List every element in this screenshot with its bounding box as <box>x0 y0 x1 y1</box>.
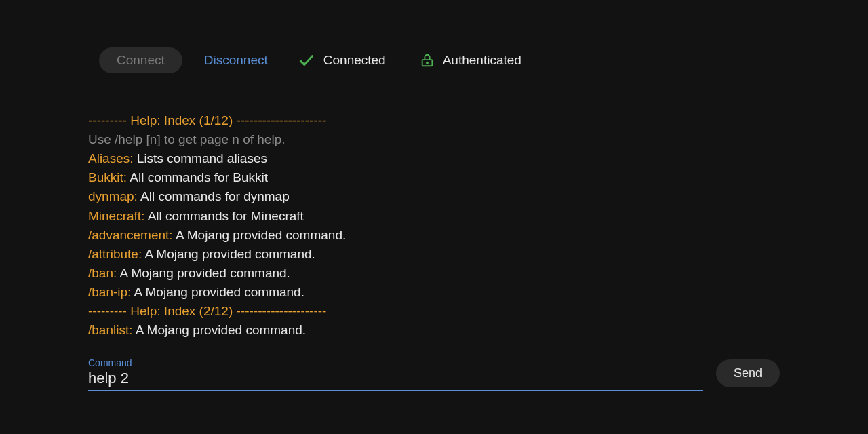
status-connected: Connected <box>298 52 386 69</box>
console-segment: Lists command aliases <box>137 151 267 165</box>
console-line: /banlist: A Mojang provided command. <box>88 321 780 340</box>
console-segment: A Mojang provided command. <box>144 247 315 261</box>
console-line: Bukkit: All commands for Bukkit <box>88 168 780 187</box>
console-segment: --------- Help: Index (2/12) -----------… <box>88 304 326 318</box>
toolbar: Connect Disconnect Connected Authenticat… <box>99 47 780 73</box>
console-segment: A Mojang provided command. <box>136 323 306 337</box>
console-line: --------- Help: Index (1/12) -----------… <box>88 111 780 130</box>
connect-button[interactable]: Connect <box>99 47 182 73</box>
console-segment: /banlist: <box>88 323 136 337</box>
console-segment: --------- Help: Index (1/12) -----------… <box>88 113 326 127</box>
check-icon <box>298 52 315 69</box>
command-row: Command Send <box>88 357 780 391</box>
console-segment: Bukkit: <box>88 170 130 184</box>
console-segment: All commands for Minecraft <box>148 209 304 223</box>
console-segment: /ban-ip: <box>88 285 134 299</box>
connected-label: Connected <box>323 53 386 68</box>
console-segment: /ban: <box>88 266 120 280</box>
console-segment: A Mojang provided command. <box>120 266 290 280</box>
console-segment: Use /help [n] to get page n of help. <box>88 132 285 146</box>
console-segment: Minecraft: <box>88 209 148 223</box>
console-line: Aliases: Lists command aliases <box>88 149 780 168</box>
console-line: /ban-ip: A Mojang provided command. <box>88 283 780 302</box>
console-segment: /attribute: <box>88 247 144 261</box>
command-input[interactable] <box>88 368 703 391</box>
console-segment: dynmap: <box>88 189 140 203</box>
status-authenticated: Authenticated <box>413 53 521 68</box>
command-label: Command <box>88 357 703 368</box>
disconnect-button[interactable]: Disconnect <box>201 47 271 73</box>
send-button[interactable]: Send <box>716 359 780 387</box>
console-segment: A Mojang provided command. <box>176 228 346 242</box>
console-line: Use /help [n] to get page n of help. <box>88 130 780 149</box>
console-segment: All commands for Bukkit <box>130 170 268 184</box>
console-segment: /advancement: <box>88 228 176 242</box>
console-output: --------- Help: Index (1/12) -----------… <box>88 111 780 351</box>
console-line: /advancement: A Mojang provided command. <box>88 226 780 245</box>
lock-icon <box>420 53 435 68</box>
console-segment: A Mojang provided command. <box>134 285 304 299</box>
authenticated-label: Authenticated <box>443 53 521 68</box>
svg-point-1 <box>427 62 428 64</box>
console-segment: All commands for dynmap <box>140 189 290 203</box>
console-line: /ban: A Mojang provided command. <box>88 264 780 283</box>
console-segment: Aliases: <box>88 151 137 165</box>
console-line: dynmap: All commands for dynmap <box>88 187 780 206</box>
console-line: /attribute: A Mojang provided command. <box>88 245 780 264</box>
console-line: --------- Help: Index (2/12) -----------… <box>88 302 780 321</box>
console-line: Minecraft: All commands for Minecraft <box>88 207 780 226</box>
